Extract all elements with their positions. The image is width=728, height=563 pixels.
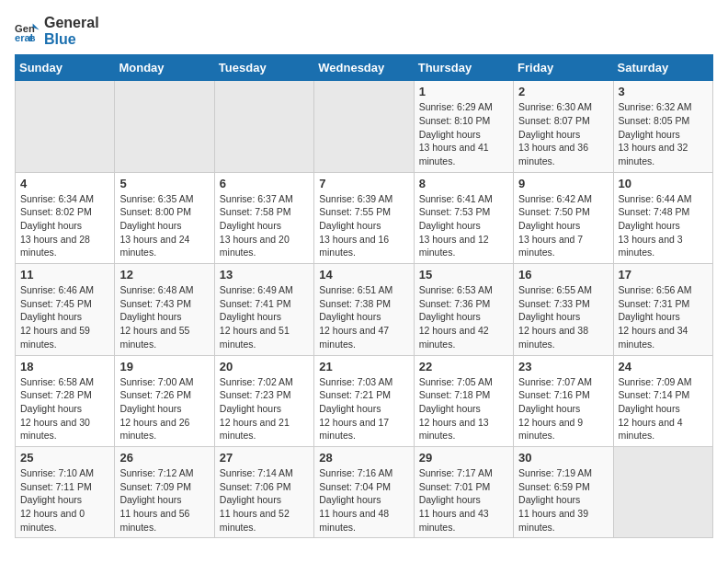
logo-icon: Gen eral B xyxy=(15,18,40,44)
calendar-cell xyxy=(16,81,115,172)
day-number: 4 xyxy=(20,177,109,190)
calendar-cell: 1Sunrise: 6:29 AMSunset: 8:10 PMDaylight… xyxy=(414,81,513,172)
day-info: Sunrise: 6:55 AMSunset: 7:33 PMDaylight … xyxy=(518,283,608,350)
day-info: Sunrise: 7:09 AMSunset: 7:14 PMDaylight … xyxy=(619,375,708,442)
calendar-week-row: 18Sunrise: 6:58 AMSunset: 7:28 PMDayligh… xyxy=(16,355,713,446)
day-number: 29 xyxy=(419,451,508,465)
weekday-header: Tuesday xyxy=(214,55,313,81)
day-number: 22 xyxy=(419,360,508,373)
calendar-table: SundayMondayTuesdayWednesdayThursdayFrid… xyxy=(15,54,713,538)
day-info: Sunrise: 6:34 AMSunset: 8:02 PMDaylight … xyxy=(20,192,109,259)
day-number: 13 xyxy=(220,268,309,282)
calendar-cell: 19Sunrise: 7:00 AMSunset: 7:26 PMDayligh… xyxy=(115,355,214,446)
day-number: 11 xyxy=(20,268,109,282)
day-info: Sunrise: 7:00 AMSunset: 7:26 PMDaylight … xyxy=(119,375,209,442)
day-number: 23 xyxy=(518,360,608,373)
day-info: Sunrise: 6:51 AMSunset: 7:38 PMDaylight … xyxy=(319,283,408,350)
day-info: Sunrise: 6:48 AMSunset: 7:43 PMDaylight … xyxy=(119,283,209,350)
calendar-cell: 10Sunrise: 6:44 AMSunset: 7:48 PMDayligh… xyxy=(613,172,712,263)
day-number: 19 xyxy=(119,360,209,373)
calendar-cell: 25Sunrise: 7:10 AMSunset: 7:11 PMDayligh… xyxy=(16,446,115,537)
weekday-header: Thursday xyxy=(414,55,513,81)
day-number: 27 xyxy=(220,451,309,465)
day-info: Sunrise: 7:19 AMSunset: 6:59 PMDaylight … xyxy=(518,466,608,534)
calendar-week-row: 25Sunrise: 7:10 AMSunset: 7:11 PMDayligh… xyxy=(16,446,713,537)
day-info: Sunrise: 7:12 AMSunset: 7:09 PMDaylight … xyxy=(119,466,209,534)
calendar-week-row: 1Sunrise: 6:29 AMSunset: 8:10 PMDaylight… xyxy=(16,81,713,172)
day-info: Sunrise: 7:02 AMSunset: 7:23 PMDaylight … xyxy=(220,375,309,442)
day-info: Sunrise: 6:46 AMSunset: 7:45 PMDaylight … xyxy=(20,283,109,350)
header: Gen eral B General Blue xyxy=(15,15,713,47)
calendar-cell: 26Sunrise: 7:12 AMSunset: 7:09 PMDayligh… xyxy=(115,446,214,537)
calendar-cell: 6Sunrise: 6:37 AMSunset: 7:58 PMDaylight… xyxy=(214,172,313,263)
calendar-cell: 9Sunrise: 6:42 AMSunset: 7:50 PMDaylight… xyxy=(514,172,613,263)
weekday-header: Sunday xyxy=(16,55,115,81)
day-number: 15 xyxy=(419,268,508,282)
day-number: 21 xyxy=(319,360,408,373)
calendar-cell: 5Sunrise: 6:35 AMSunset: 8:00 PMDaylight… xyxy=(115,172,214,263)
day-info: Sunrise: 7:10 AMSunset: 7:11 PMDaylight … xyxy=(20,466,109,534)
calendar-cell: 11Sunrise: 6:46 AMSunset: 7:45 PMDayligh… xyxy=(16,264,115,355)
calendar-cell: 22Sunrise: 7:05 AMSunset: 7:18 PMDayligh… xyxy=(414,355,513,446)
day-number: 25 xyxy=(20,451,109,465)
day-number: 12 xyxy=(119,268,209,282)
day-number: 3 xyxy=(619,85,708,98)
day-number: 24 xyxy=(619,360,708,373)
day-number: 16 xyxy=(518,268,608,282)
calendar-cell: 14Sunrise: 6:51 AMSunset: 7:38 PMDayligh… xyxy=(314,264,414,355)
calendar-cell: 27Sunrise: 7:14 AMSunset: 7:06 PMDayligh… xyxy=(214,446,313,537)
calendar-cell: 30Sunrise: 7:19 AMSunset: 6:59 PMDayligh… xyxy=(514,446,613,537)
calendar-cell: 16Sunrise: 6:55 AMSunset: 7:33 PMDayligh… xyxy=(514,264,613,355)
calendar-cell: 8Sunrise: 6:41 AMSunset: 7:53 PMDaylight… xyxy=(414,172,513,263)
calendar-week-row: 4Sunrise: 6:34 AMSunset: 8:02 PMDaylight… xyxy=(16,172,713,263)
day-number: 9 xyxy=(518,177,608,190)
day-number: 14 xyxy=(319,268,408,282)
day-number: 8 xyxy=(419,177,508,190)
day-number: 5 xyxy=(119,177,209,190)
day-info: Sunrise: 6:35 AMSunset: 8:00 PMDaylight … xyxy=(119,192,209,259)
day-number: 2 xyxy=(518,85,608,98)
day-number: 10 xyxy=(619,177,708,190)
day-number: 7 xyxy=(319,177,408,190)
weekday-header: Saturday xyxy=(613,55,712,81)
day-info: Sunrise: 7:16 AMSunset: 7:04 PMDaylight … xyxy=(319,466,408,534)
day-info: Sunrise: 6:58 AMSunset: 7:28 PMDaylight … xyxy=(20,375,109,442)
calendar-header-row: SundayMondayTuesdayWednesdayThursdayFrid… xyxy=(16,55,713,81)
day-info: Sunrise: 6:42 AMSunset: 7:50 PMDaylight … xyxy=(518,192,608,259)
weekday-header: Friday xyxy=(514,55,613,81)
day-info: Sunrise: 6:30 AMSunset: 8:07 PMDaylight … xyxy=(518,100,608,167)
calendar-cell: 15Sunrise: 6:53 AMSunset: 7:36 PMDayligh… xyxy=(414,264,513,355)
day-number: 28 xyxy=(319,451,408,465)
day-info: Sunrise: 7:14 AMSunset: 7:06 PMDaylight … xyxy=(220,466,309,534)
day-info: Sunrise: 6:37 AMSunset: 7:58 PMDaylight … xyxy=(220,192,309,259)
calendar-cell: 17Sunrise: 6:56 AMSunset: 7:31 PMDayligh… xyxy=(613,264,712,355)
calendar-cell: 29Sunrise: 7:17 AMSunset: 7:01 PMDayligh… xyxy=(414,446,513,537)
day-info: Sunrise: 6:32 AMSunset: 8:05 PMDaylight … xyxy=(619,100,708,167)
weekday-header: Monday xyxy=(115,55,214,81)
logo: Gen eral B General Blue xyxy=(15,15,99,47)
calendar-cell xyxy=(214,81,313,172)
day-info: Sunrise: 6:39 AMSunset: 7:55 PMDaylight … xyxy=(319,192,408,259)
day-number: 30 xyxy=(518,451,608,465)
calendar-cell: 12Sunrise: 6:48 AMSunset: 7:43 PMDayligh… xyxy=(115,264,214,355)
calendar-cell: 23Sunrise: 7:07 AMSunset: 7:16 PMDayligh… xyxy=(514,355,613,446)
day-number: 17 xyxy=(619,268,708,282)
weekday-header: Wednesday xyxy=(314,55,414,81)
day-number: 26 xyxy=(119,451,209,465)
day-info: Sunrise: 6:49 AMSunset: 7:41 PMDaylight … xyxy=(220,283,309,350)
calendar-cell: 2Sunrise: 6:30 AMSunset: 8:07 PMDaylight… xyxy=(514,81,613,172)
day-info: Sunrise: 7:17 AMSunset: 7:01 PMDaylight … xyxy=(419,466,508,534)
day-number: 1 xyxy=(419,85,508,98)
day-number: 18 xyxy=(20,360,109,373)
calendar-cell: 21Sunrise: 7:03 AMSunset: 7:21 PMDayligh… xyxy=(314,355,414,446)
day-info: Sunrise: 7:05 AMSunset: 7:18 PMDaylight … xyxy=(419,375,508,442)
day-info: Sunrise: 6:56 AMSunset: 7:31 PMDaylight … xyxy=(619,283,708,350)
day-info: Sunrise: 6:53 AMSunset: 7:36 PMDaylight … xyxy=(419,283,508,350)
calendar-cell: 13Sunrise: 6:49 AMSunset: 7:41 PMDayligh… xyxy=(214,264,313,355)
calendar-cell xyxy=(115,81,214,172)
calendar-cell: 28Sunrise: 7:16 AMSunset: 7:04 PMDayligh… xyxy=(314,446,414,537)
calendar-cell xyxy=(314,81,414,172)
calendar-week-row: 11Sunrise: 6:46 AMSunset: 7:45 PMDayligh… xyxy=(16,264,713,355)
calendar-cell: 24Sunrise: 7:09 AMSunset: 7:14 PMDayligh… xyxy=(613,355,712,446)
calendar-cell: 3Sunrise: 6:32 AMSunset: 8:05 PMDaylight… xyxy=(613,81,712,172)
